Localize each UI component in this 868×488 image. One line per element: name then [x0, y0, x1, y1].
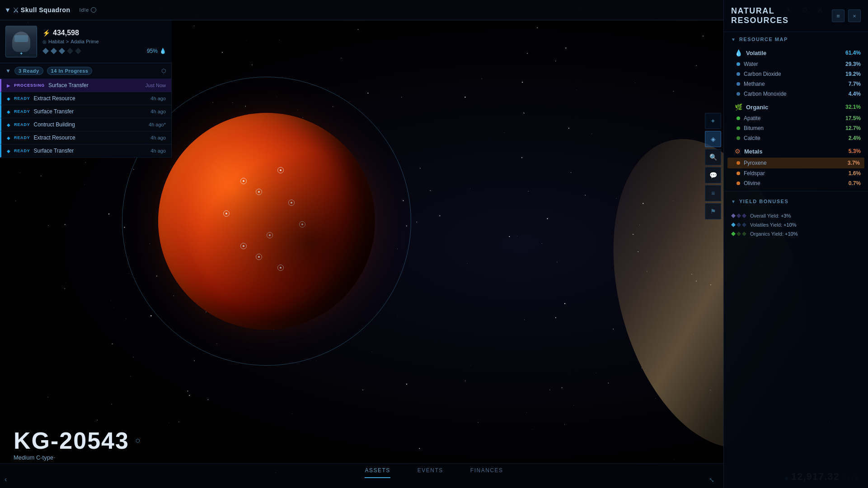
resource-name: Feldspar: [744, 170, 845, 177]
planet-link-icon[interactable]: ⬡: [136, 438, 140, 444]
tab-assets[interactable]: ASSETS: [365, 467, 390, 478]
category-volatile-header[interactable]: 💧 Volatile 61.4%: [724, 45, 868, 59]
yield-pip: [742, 223, 746, 227]
squad-expand-icon[interactable]: ▼: [5, 6, 11, 14]
category-organic-header[interactable]: 🌿 Organic 32.1%: [724, 99, 868, 113]
squad-bars-icon: ⚔: [13, 6, 19, 14]
yield-pip: [731, 214, 736, 218]
float-search-icon[interactable]: 🔍: [705, 149, 721, 165]
char-details: ⚡ 434,598 ◎ Habitat > Adalia Prime 95%: [42, 29, 166, 54]
resource-dot-indicator: [737, 92, 740, 96]
float-list-icon[interactable]: ≡: [705, 185, 721, 201]
task-time: 4h ago: [150, 148, 166, 153]
ready-count: 3: [19, 68, 22, 74]
resource-item-methane[interactable]: Methane 7.7%: [724, 79, 868, 89]
yield-text: Volatiles Yield: +10%: [750, 222, 796, 228]
yield-bonuses-label: YIELD BONUSES: [739, 199, 788, 204]
yield-bonuses-section-header[interactable]: ▼ YIELD BONUSES: [724, 194, 868, 207]
task-name: Surface Transfer: [34, 148, 147, 154]
task-time: 4h ago: [150, 96, 166, 101]
resource-item-carbon-dioxide[interactable]: Carbon Dioxide 19.2%: [724, 69, 868, 79]
resource-name: Apatite: [744, 115, 842, 121]
yield-pips: [731, 214, 746, 218]
squad-name[interactable]: Skull Squadron: [21, 6, 70, 14]
resource-dot-indicator: [737, 172, 740, 175]
health-icon: 💧: [160, 48, 166, 54]
task-status-badge: PROCESSING: [14, 83, 45, 88]
status-dot-icon: [91, 7, 96, 13]
cat-icon: 🌿: [735, 103, 742, 111]
resource-item-apatite[interactable]: Apatite 17.5%: [724, 113, 868, 123]
credit-icon: ⚡: [42, 29, 50, 37]
resource-name: Calcite: [744, 135, 845, 141]
task-list: ▶ PROCESSING Surface Transfer Just Now ◆…: [0, 79, 171, 158]
resource-item-water[interactable]: Water 29.3%: [724, 59, 868, 69]
bottom-left-arrow[interactable]: ‹: [5, 475, 7, 483]
task-row[interactable]: ◆ READY Extract Resource 4h ago: [0, 131, 171, 144]
float-gem-icon[interactable]: ◈: [705, 131, 721, 147]
resource-dot-indicator: [737, 136, 740, 140]
task-row[interactable]: ◆ READY Contruct Building 4h ago*: [0, 118, 171, 131]
resource-item-olivine[interactable]: Olivine 0.7%: [724, 178, 868, 188]
resource-pct: 12.7%: [845, 125, 861, 131]
ready-label: Ready: [23, 68, 39, 74]
resource-item-bitumen[interactable]: Bitumen 12.7%: [724, 123, 868, 133]
float-chat-icon[interactable]: 💬: [705, 167, 721, 183]
resource-item-feldspar[interactable]: Feldspar 1.6%: [724, 168, 868, 178]
panel-title: NATURAL RESOURCES: [731, 6, 832, 25]
task-row[interactable]: ◆ READY Surface Transfer 4h ago: [0, 144, 171, 158]
task-name: Surface Transfer: [34, 108, 147, 115]
resource-name: Olivine: [744, 180, 845, 186]
progress-label: In Progress: [58, 68, 88, 74]
task-time: 4h ago: [150, 109, 166, 114]
yield-bonuses-list: Overall Yield: +3% Volatiles Yield: +10%…: [724, 207, 868, 243]
resource-pct: 7.7%: [849, 81, 861, 87]
task-time: 4h ago*: [149, 122, 166, 127]
resource-map-section-header[interactable]: ▼ RESOURCE MAP: [724, 32, 868, 45]
task-name: Surface Transfer: [48, 82, 142, 88]
yield-item: Overall Yield: +3%: [731, 211, 861, 220]
tasks-expand-icon[interactable]: ⬡: [161, 68, 166, 74]
tasks-toggle-icon[interactable]: ▼: [5, 68, 11, 74]
yield-value: +10%: [784, 222, 796, 228]
task-name: Extract Resource: [34, 95, 147, 102]
yield-pip: [742, 232, 746, 236]
task-row[interactable]: ▶ PROCESSING Surface Transfer Just Now: [0, 79, 171, 92]
resource-dot-indicator: [737, 126, 740, 130]
float-flag-icon[interactable]: ⚑: [705, 203, 721, 219]
credits-value: 434,598: [53, 29, 79, 37]
task-row[interactable]: ◆ READY Surface Transfer 4h ago: [0, 105, 171, 118]
ready-badge[interactable]: 3 Ready: [14, 67, 43, 75]
resource-item-calcite[interactable]: Calcite 2.4%: [724, 133, 868, 143]
yield-item: Volatiles Yield: +10%: [731, 220, 861, 229]
category-metals-header[interactable]: ⚙ Metals 5.3%: [724, 143, 868, 158]
panel-close-btn[interactable]: ×: [848, 9, 861, 22]
resource-item-pyroxene[interactable]: Pyroxene 3.7%: [727, 158, 864, 168]
location-separator: >: [66, 39, 69, 44]
task-status-badge: READY: [14, 96, 30, 101]
task-row[interactable]: ◆ READY Extract Resource 4h ago: [0, 92, 171, 105]
divider: [724, 191, 868, 191]
yield-bonuses-chevron: ▼: [731, 199, 736, 204]
float-star-icon[interactable]: ✦: [705, 113, 721, 129]
character-card: ✦ ⚡ 434,598 ◎ Habitat > Adalia Prime: [0, 20, 172, 63]
resource-dot-indicator: [737, 161, 740, 165]
task-status-badge: READY: [14, 109, 30, 114]
resource-categories: 💧 Volatile 61.4% Water 29.3% Carbon Diox…: [724, 45, 868, 188]
tab-finances[interactable]: FINANCES: [470, 467, 503, 478]
task-time: 4h ago: [150, 135, 166, 140]
right-panel: NATURAL RESOURCES ≡ × ▼ RESOURCE MAP 💧 V…: [723, 0, 868, 488]
bottom-right-expand[interactable]: ⤡: [709, 476, 714, 483]
resource-item-carbon-monoxide[interactable]: Carbon Monoxide 4.4%: [724, 89, 868, 99]
panel-header-actions: ≡ ×: [832, 9, 861, 22]
resource-name: Carbon Monoxide: [744, 91, 845, 97]
task-arrow-icon: ◆: [7, 135, 10, 140]
tab-events[interactable]: EVENTS: [418, 467, 443, 478]
resource-dot: [240, 243, 247, 249]
panel-list-btn[interactable]: ≡: [832, 9, 845, 22]
progress-badge[interactable]: 14 In Progress: [47, 67, 93, 75]
task-name: Extract Resource: [34, 135, 147, 141]
location-pin-icon: ◎: [42, 39, 47, 44]
char-credits: ⚡ 434,598: [42, 29, 166, 37]
pip-4: [67, 48, 73, 54]
